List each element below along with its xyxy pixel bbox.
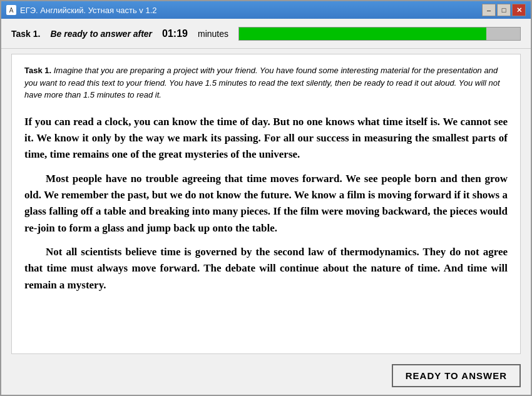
task-header-italic: Imagine that you are preparing a project… <box>24 66 500 99</box>
close-button[interactable]: ✕ <box>512 4 526 16</box>
main-text: If you can read a clock, you can know th… <box>24 114 508 293</box>
bottom-bar: READY TO ANSWER <box>1 359 531 395</box>
progress-bar <box>238 27 521 41</box>
paragraph-1: If you can read a clock, you can know th… <box>24 114 508 163</box>
minutes-label: minutes <box>198 29 228 39</box>
ready-to-answer-button[interactable]: READY TO ANSWER <box>392 364 521 387</box>
toolbar: Task 1. Be ready to answer after 01:19 m… <box>1 19 531 49</box>
task-header-bold: Task 1. <box>24 66 51 75</box>
content-area: Task 1. Imagine that you are preparing a… <box>11 54 521 354</box>
progress-bar-remaining <box>486 28 520 40</box>
task-header: Task 1. Imagine that you are preparing a… <box>24 64 508 101</box>
window-title: ЕГЭ. Английский. Устная часть v 1.2 <box>20 6 157 15</box>
task-label: Task 1. <box>11 29 40 39</box>
minimize-button[interactable]: – <box>482 4 496 16</box>
maximize-button[interactable]: □ <box>497 4 511 16</box>
paragraph-3: Not all scientists believe time is gover… <box>24 244 508 293</box>
timer-display: 01:19 <box>162 28 188 39</box>
progress-bar-fill <box>239 28 486 40</box>
paragraph-2: Most people have no trouble agreeing tha… <box>24 171 508 236</box>
be-ready-text: Be ready to answer after <box>50 29 152 39</box>
title-bar-left: A ЕГЭ. Английский. Устная часть v 1.2 <box>6 5 157 15</box>
title-bar: A ЕГЭ. Английский. Устная часть v 1.2 – … <box>1 1 531 19</box>
app-icon: A <box>6 5 16 15</box>
window-controls: – □ ✕ <box>482 4 526 16</box>
